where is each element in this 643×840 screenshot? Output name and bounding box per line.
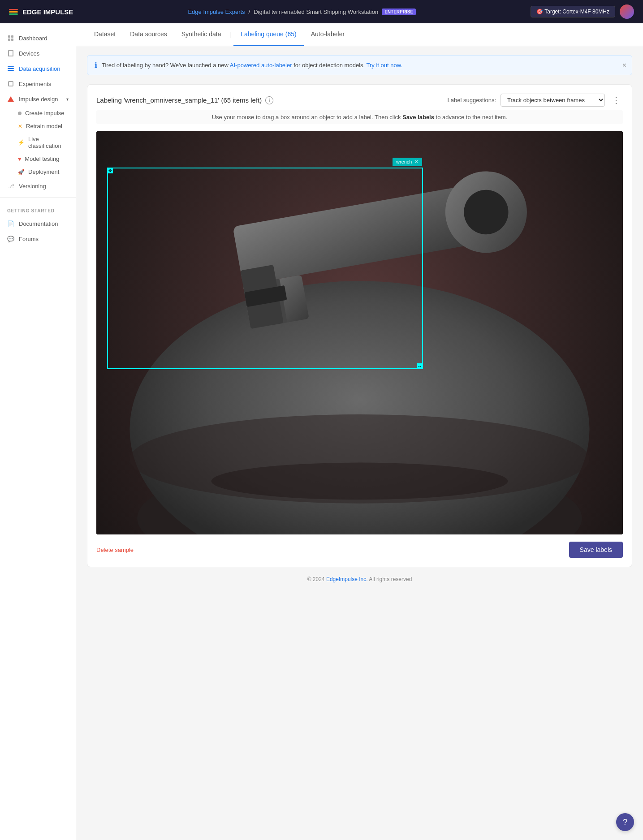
labeling-instruction: Use your mouse to drag a box around an o…: [96, 110, 623, 124]
sidebar-item-devices[interactable]: Devices: [0, 46, 76, 61]
tab-data-sources[interactable]: Data sources: [123, 23, 174, 46]
sidebar-item-dashboard[interactable]: Dashboard: [0, 30, 76, 46]
sidebar-item-impulse-design[interactable]: Impulse design ▾: [0, 91, 76, 107]
sidebar-item-documentation[interactable]: 📄 Documentation: [0, 216, 76, 231]
banner-icon: ℹ: [95, 61, 97, 69]
info-banner: ℹ Tired of labeling by hand? We've launc…: [87, 55, 632, 75]
forums-icon: 💬: [7, 235, 14, 242]
tab-auto-labeler[interactable]: Auto-labeler: [304, 23, 352, 46]
labeling-panel: Labeling 'wrench_omniverse_sample_11' (6…: [87, 84, 632, 567]
action-bar: Delete sample Save labels: [96, 542, 623, 558]
sidebar-item-forums[interactable]: 💬 Forums: [0, 231, 76, 246]
breadcrumb-experts[interactable]: Edge Impulse Experts: [188, 9, 245, 15]
footer-link[interactable]: EdgeImpulse Inc.: [326, 576, 368, 582]
more-options-button[interactable]: ⋮: [609, 95, 623, 106]
banner-text: Tired of labeling by hand? We've launche…: [102, 62, 625, 69]
label-suggestions: Label suggestions: Track objects between…: [448, 94, 623, 107]
save-labels-button[interactable]: Save labels: [569, 542, 623, 558]
header: EDGE IMPULSE Edge Impulse Experts / Digi…: [0, 0, 643, 23]
sidebar-sub-menu: Create impulse ✕ Retrain model ⚡ Live cl…: [0, 107, 76, 178]
impulse-design-icon: [7, 95, 14, 103]
enterprise-badge: ENTERPRISE: [382, 9, 416, 15]
breadcrumb: Edge Impulse Experts / Digital twin-enab…: [188, 9, 416, 15]
sidebar-item-deployment[interactable]: 🚀 Deployment: [14, 165, 76, 178]
main-content: Dataset Data sources Synthetic data | La…: [76, 23, 643, 840]
layout: Dashboard Devices Data acquisition Exper…: [0, 0, 643, 840]
tab-labeling-queue[interactable]: Labeling queue (65): [233, 23, 304, 46]
image-container: ✥ wrench ✕ ↔: [96, 131, 623, 534]
retrain-model-icon: ✕: [18, 123, 22, 129]
breadcrumb-separator: /: [249, 9, 250, 15]
logo-icon: [9, 9, 18, 15]
sidebar-item-versioning[interactable]: ⎇ Versioning: [0, 178, 76, 194]
sidebar-item-model-testing[interactable]: ♥ Model testing: [14, 152, 76, 165]
wrench-svg: [96, 131, 623, 534]
sidebar: Dashboard Devices Data acquisition Exper…: [0, 23, 76, 840]
header-right: 🎯 Target: Cortex-M4F 80MHz: [531, 4, 634, 19]
dashboard-icon: [7, 34, 14, 42]
logo: EDGE IMPULSE: [9, 8, 73, 16]
tab-separator: |: [228, 31, 233, 38]
help-button[interactable]: ?: [616, 813, 634, 831]
experiments-icon: [7, 80, 14, 87]
data-acquisition-icon: [7, 65, 14, 72]
deployment-icon: 🚀: [18, 169, 25, 175]
chevron-down-icon: ▾: [66, 97, 69, 102]
tab-synthetic-data[interactable]: Synthetic data: [174, 23, 229, 46]
delete-sample-button[interactable]: Delete sample: [96, 547, 134, 553]
image-canvas[interactable]: ✥ wrench ✕ ↔: [96, 131, 623, 534]
labeling-title: Labeling 'wrench_omniverse_sample_11' (6…: [96, 96, 273, 104]
avatar[interactable]: [620, 4, 634, 19]
target-button[interactable]: 🎯 Target: Cortex-M4F 80MHz: [531, 6, 615, 17]
getting-started-label: GETTING STARTED: [0, 201, 76, 216]
live-classification-icon: ⚡: [18, 139, 25, 146]
banner-close-button[interactable]: ×: [622, 61, 626, 69]
model-testing-icon: ♥: [18, 156, 21, 162]
sidebar-item-retrain-model[interactable]: ✕ Retrain model: [14, 120, 76, 133]
sidebar-item-create-impulse[interactable]: Create impulse: [14, 107, 76, 120]
create-impulse-icon: [18, 112, 22, 115]
versioning-icon: ⎇: [7, 182, 14, 190]
tab-bar: Dataset Data sources Synthetic data | La…: [76, 23, 643, 46]
app-name: EDGE IMPULSE: [22, 8, 73, 16]
labeling-header: Labeling 'wrench_omniverse_sample_11' (6…: [96, 94, 623, 107]
title-info-icon[interactable]: i: [265, 96, 273, 104]
sidebar-item-live-classification[interactable]: ⚡ Live classification: [14, 133, 76, 152]
sidebar-divider: [0, 197, 76, 198]
footer: © 2024 EdgeImpulse Inc. All rights reser…: [87, 567, 632, 591]
documentation-icon: 📄: [7, 220, 14, 227]
sidebar-item-experiments[interactable]: Experiments: [0, 76, 76, 91]
breadcrumb-project: Digital twin-enabled Smart Shipping Work…: [254, 9, 378, 15]
devices-icon: [7, 50, 14, 57]
svg-point-11: [211, 463, 508, 500]
label-suggestions-select[interactable]: Track objects between frames: [501, 94, 605, 107]
try-now-link[interactable]: Try it out now.: [367, 62, 402, 69]
sidebar-item-data-acquisition[interactable]: Data acquisition: [0, 61, 76, 76]
tab-dataset[interactable]: Dataset: [87, 23, 123, 46]
content-area: ℹ Tired of labeling by hand? We've launc…: [76, 46, 643, 600]
auto-labeler-link[interactable]: AI-powered auto-labeler: [230, 62, 292, 69]
